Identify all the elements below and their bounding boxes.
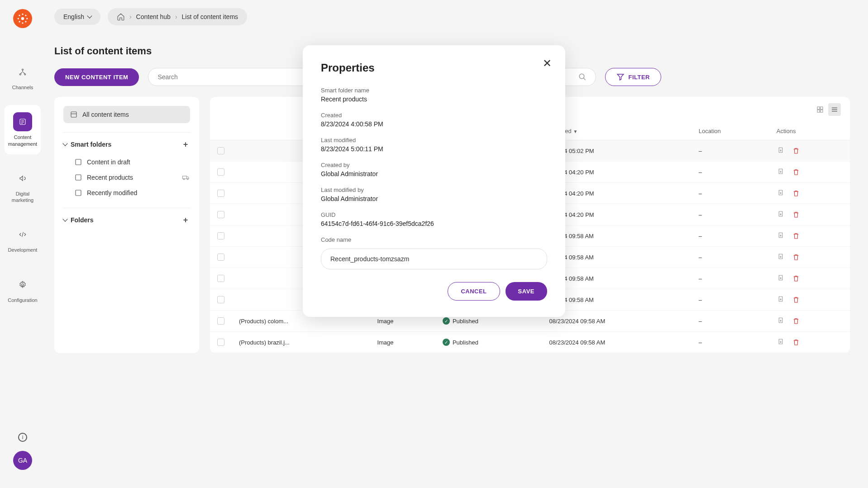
- modal-title: Properties: [321, 62, 547, 74]
- created-value: 8/23/2024 4:00:58 PM: [321, 120, 547, 128]
- created-by-label: Created by: [321, 162, 547, 168]
- properties-modal: ✕ Properties Smart folder name Recent pr…: [303, 45, 565, 317]
- save-button[interactable]: SAVE: [506, 282, 547, 301]
- modal-backdrop: ✕ Properties Smart folder name Recent pr…: [0, 0, 868, 488]
- code-name-label: Code name: [321, 236, 547, 243]
- guid-value: 64154c7d-fd61-46f4-91c6-39ef5dca2f26: [321, 220, 547, 227]
- folder-name-value: Recent products: [321, 96, 547, 103]
- last-modified-label: Last modified: [321, 137, 547, 144]
- last-modified-by-label: Last modified by: [321, 187, 547, 193]
- folder-name-label: Smart folder name: [321, 87, 547, 94]
- close-button[interactable]: ✕: [542, 58, 553, 69]
- code-name-input[interactable]: [321, 249, 547, 269]
- last-modified-by-value: Global Administrator: [321, 195, 547, 202]
- created-label: Created: [321, 112, 547, 119]
- created-by-value: Global Administrator: [321, 170, 547, 177]
- cancel-button[interactable]: CANCEL: [448, 282, 500, 301]
- last-modified-value: 8/23/2024 5:00:11 PM: [321, 145, 547, 153]
- guid-label: GUID: [321, 211, 547, 218]
